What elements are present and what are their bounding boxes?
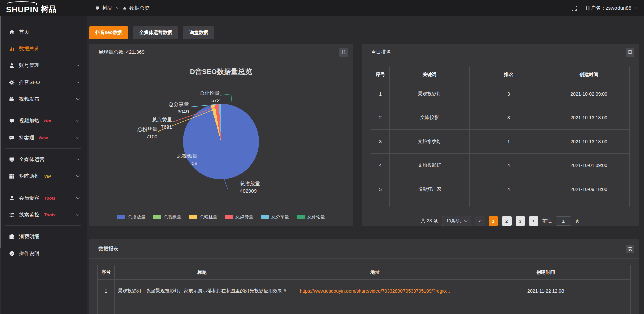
- table-header-row: 序号 标题 地址 创建时间: [98, 265, 631, 280]
- legend-item[interactable]: 总粉丝量: [189, 214, 217, 220]
- sidebar-item-account[interactable]: 账号管理: [0, 57, 87, 74]
- question-icon: ?: [9, 251, 15, 256]
- page-size-select[interactable]: 10条/页: [442, 216, 471, 226]
- prev-page-button[interactable]: ‹: [475, 216, 485, 226]
- chart-legend: 总播放量 总视频量 总粉丝量 总点赞量 总分享量 总评论量: [89, 214, 353, 220]
- table-header-row: 序号 关键词 排名 创建时间: [371, 67, 630, 82]
- hot-badge: Hot: [44, 118, 51, 123]
- sidebar-item-matrix-boost[interactable]: 矩阵助推 VIP: [0, 168, 87, 185]
- day-view-button[interactable]: 日: [626, 48, 634, 57]
- total-view-button[interactable]: 总: [339, 48, 348, 57]
- pie-label-fans: 总粉丝量 7100: [114, 125, 157, 140]
- fullscreen-icon[interactable]: [571, 5, 577, 11]
- logo-text-cn: 树品: [41, 4, 56, 14]
- report-panel-title: 数据报表: [98, 246, 118, 252]
- legend-swatch: [153, 215, 161, 219]
- tab-media-ops-data[interactable]: 全媒体运营数据: [133, 26, 178, 39]
- total-count-label: 共 23 条: [421, 218, 438, 224]
- new-badge: New: [39, 135, 48, 140]
- breadcrumb-root[interactable]: 树品: [102, 5, 112, 11]
- user-icon: [9, 63, 15, 68]
- main-content: 抖音seo数据 全媒体运营数据 询盘数据 展现量总数: 421,369 总 D音…: [87, 16, 644, 314]
- goto-label: 前往: [542, 218, 552, 224]
- pie-label-plays: 总播放量 402909: [240, 180, 260, 195]
- table-view-button[interactable]: 表: [626, 245, 634, 253]
- chevron-down-icon: [76, 212, 80, 216]
- divider: [5, 187, 81, 187]
- wallet-icon: [9, 234, 15, 240]
- breadcrumb-separator: >: [116, 6, 119, 11]
- page-button-1[interactable]: 1: [489, 216, 498, 226]
- logo: SHUPIN 树品: [0, 0, 87, 16]
- grid-icon: [9, 173, 15, 179]
- page-button-2[interactable]: 2: [502, 216, 512, 226]
- chevron-down-icon: [76, 80, 80, 83]
- ranking-panel: 今日排名 日 序号 关键词 排名 创建时间 1景观投影灯32021-10-02: [362, 44, 639, 226]
- pie[interactable]: [183, 104, 259, 179]
- legend-item[interactable]: 总评论量: [297, 214, 325, 220]
- monitor-icon: [9, 157, 15, 162]
- sidebar-item-member-burst[interactable]: 会员爆客 Tools: [0, 190, 87, 206]
- tools-badge: Tools: [44, 196, 55, 201]
- sidebar-item-video-publish[interactable]: 视频发布: [0, 91, 87, 107]
- chevron-down-icon: [76, 135, 80, 139]
- video-url-link[interactable]: https://www.iesdouyin.com/share/video/70…: [300, 288, 450, 294]
- table-row: 3文旅水纹灯12021-10-13 18:00: [371, 130, 630, 154]
- divider: [5, 148, 81, 149]
- table-row: 1 景观投影灯，夜游景观投影灯厂家展示展示落花灯在花园里的灯光投影应用效果 # …: [98, 280, 631, 302]
- pie-label-shares: 总分享量 3049: [145, 101, 189, 115]
- sidebar-item-video-heat[interactable]: 视频加热 Hot: [0, 112, 87, 129]
- legend-item[interactable]: 总分享量: [261, 214, 289, 220]
- pagination: 共 23 条 10条/页 ‹ 1 2 3 › 前往 页: [362, 216, 639, 226]
- legend-swatch: [297, 215, 305, 219]
- table-row: 1景观投影灯32021-10-02 09:00: [371, 82, 630, 106]
- tools-badge: Tools: [44, 212, 55, 217]
- next-page-button[interactable]: ›: [529, 216, 538, 226]
- tab-inquiry-data[interactable]: 询盘数据: [183, 26, 214, 39]
- ranking-table: 序号 关键词 排名 创建时间 1景观投影灯32021-10-02 09:00 2…: [371, 67, 630, 207]
- legend-item[interactable]: 总视频量: [153, 214, 181, 220]
- member-icon: [9, 195, 15, 201]
- sidebar-item-media-ops[interactable]: 全媒体运营: [0, 151, 87, 168]
- table-row: 2文旅投影32021-10-13 18:00: [371, 106, 630, 130]
- sidebar-item-doukertong[interactable]: 抖客通 New: [0, 129, 87, 146]
- overview-panel: 展现量总数: 421,369 总 D音SEO数据量总览 总评论量: [89, 44, 353, 226]
- tab-douyin-seo-data[interactable]: 抖音seo数据: [89, 26, 128, 39]
- pie-chart-area: D音SEO数据量总览 总评论量 572 总分享量: [89, 60, 353, 225]
- table-row-partial: [371, 201, 630, 208]
- sliders-icon: [9, 212, 15, 218]
- goto-page-input[interactable]: [556, 216, 571, 226]
- sidebar-item-douyin-seo[interactable]: 抖音SEO: [0, 74, 87, 91]
- overview-icon: [122, 6, 126, 10]
- vip-badge: VIP: [44, 174, 51, 179]
- legend-item[interactable]: 总播放量: [117, 214, 146, 220]
- legend-swatch: [117, 215, 125, 219]
- chevron-down-icon: [464, 219, 467, 222]
- sidebar-item-clue-monitor[interactable]: 线索监控 Tools: [0, 206, 87, 223]
- divider: [5, 110, 81, 110]
- logo-arc: [7, 1, 37, 5]
- sidebar-item-home[interactable]: 首页: [0, 23, 87, 40]
- user-menu[interactable]: 用户名：zswodun88: [586, 5, 637, 11]
- chevron-down-icon: [76, 157, 80, 160]
- sidebar-item-instructions[interactable]: ? 操作说明: [0, 245, 87, 262]
- table-row: 5投影灯厂家42021-10-09 18:00: [371, 177, 630, 201]
- topbar: SHUPIN 树品 树品 > 数据总览 用户名：zswodun88: [0, 0, 644, 16]
- sidebar-item-data-overview[interactable]: 数据总览: [0, 40, 87, 57]
- legend-item[interactable]: 总点赞量: [225, 214, 253, 220]
- table-row: 4文旅投影灯42021-10-01 09:00: [371, 154, 630, 177]
- video-title-cell: 景观投影灯，夜游景观投影灯厂家展示展示落花灯在花园里的灯光投影应用效果 #: [114, 280, 289, 302]
- legend-swatch: [189, 215, 197, 219]
- video-camera-icon: [9, 96, 15, 102]
- ranking-panel-title: 今日排名: [371, 49, 391, 55]
- sidebar-item-consumption[interactable]: 消费明细: [0, 228, 87, 245]
- data-tabs: 抖音seo数据 全媒体运营数据 询盘数据: [89, 26, 639, 39]
- scrollbar-thumb[interactable]: [0, 16, 1, 248]
- divider: [5, 225, 81, 226]
- page-button-3[interactable]: 3: [516, 216, 525, 226]
- chevron-down-icon: [634, 6, 637, 9]
- report-table: 序号 标题 地址 创建时间 1 景观投影灯，夜游景观投影灯厂家展示展示落花灯在花…: [97, 265, 631, 314]
- report-panel: 数据报表 表 序号 标题 地址 创建时间 1 景观投影灯，夜游景观投影灯厂家展示…: [89, 239, 639, 314]
- page-unit-label: 页: [575, 218, 580, 224]
- breadcrumb-current: 数据总览: [129, 5, 150, 11]
